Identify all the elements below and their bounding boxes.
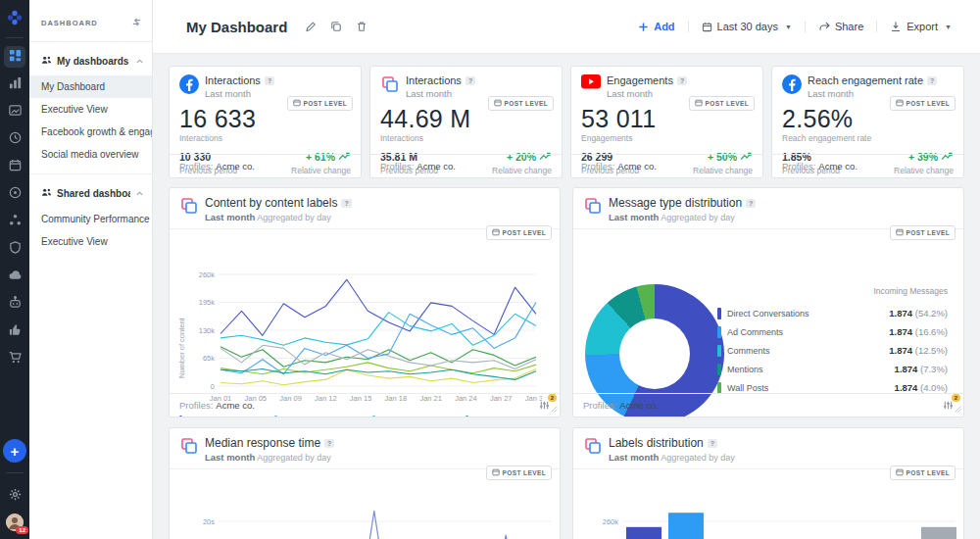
donut-legend-row[interactable]: Direct Conversations1.874 (54.2%) (717, 304, 948, 322)
help-tooltip-badge[interactable]: ? (927, 76, 937, 85)
post-level-label: POST LEVEL (503, 229, 546, 236)
post-level-badge: POST LEVEL (890, 96, 956, 111)
legend-marker (717, 308, 721, 319)
chart-card-labels-distribution: Labels distribution?Last month Aggregate… (572, 427, 964, 539)
rail-item-listening[interactable] (4, 266, 25, 287)
chart-settings-icon[interactable]: 2 (539, 400, 550, 411)
card-footer: Profiles:Acme co.2 (170, 393, 560, 416)
chart-period: Last month Aggregated by day (609, 452, 735, 463)
sidebar-item-social-media-overview[interactable]: Social media overview (29, 143, 152, 166)
donut-legend-row[interactable]: Ad Comments1.874 (16.6%) (717, 322, 948, 341)
rail-item-care[interactable] (4, 238, 25, 260)
chart-period: Last month Aggregated by day (205, 212, 352, 222)
kpi-value-label: Reach engagement rate (772, 131, 963, 143)
help-tooltip-badge[interactable]: ? (677, 76, 687, 85)
card-footer: Profiles:Acme co. (772, 154, 963, 177)
collapse-sidebar-icon[interactable] (131, 14, 142, 31)
duplicate-dashboard-icon[interactable] (330, 21, 342, 32)
rail-item-analytics[interactable] (4, 74, 25, 95)
audience-icon (8, 213, 23, 231)
post-level-badge: POST LEVEL (486, 466, 552, 480)
legend-label: Mentions (727, 365, 889, 374)
chevron-up-icon[interactable] (135, 52, 144, 70)
profiles-label: Profiles: (583, 400, 616, 411)
donut-legend-row[interactable]: Mentions1.874 (7.3%) (717, 360, 948, 378)
legend-label: Wall Posts (727, 383, 889, 393)
chart-period: Last month Aggregated by day (205, 452, 334, 463)
post-level-badge: POST LEVEL (488, 96, 554, 111)
chart-header-text: Content by content labels?Last month Agg… (205, 196, 352, 222)
legend-value: 1.874 (54.2%) (889, 308, 948, 318)
rail-item-community[interactable] (4, 183, 25, 205)
chart-settings-badge: 2 (952, 394, 960, 402)
edit-dashboard-icon[interactable] (305, 21, 317, 32)
rail-item-influencers[interactable] (4, 320, 25, 342)
profiles-value: Acme co. (216, 400, 255, 411)
help-tooltip-badge[interactable]: ? (324, 439, 334, 448)
emplifi-logo-icon[interactable] (5, 8, 24, 27)
kpi-value-label: Engagements (571, 131, 762, 143)
youtube-icon (581, 74, 601, 99)
profiles-value: Acme co. (416, 161, 456, 172)
donut-legend-row[interactable]: Comments1.874 (12.5%) (717, 341, 948, 360)
rail-item-content[interactable] (4, 101, 25, 122)
rail-item-bot[interactable] (4, 293, 25, 315)
legend-marker (717, 326, 721, 338)
app-icon-rail: + 12 (0, 0, 29, 539)
date-range-selector[interactable]: Last 30 days ▼ (688, 21, 805, 32)
post-level-label: POST LEVEL (906, 229, 950, 236)
sidebar-item-community-performance[interactable]: Community Performance (29, 208, 152, 230)
delete-dashboard-icon[interactable] (356, 21, 368, 32)
chart-card-header: Message type distribution?Last month Agg… (573, 188, 963, 229)
chart-aggregation: Aggregated by day (255, 453, 331, 463)
chevron-down-icon: ▼ (785, 24, 792, 30)
rail-item-publisher[interactable] (4, 156, 25, 177)
profiles-label: Profiles: (782, 161, 815, 172)
help-tooltip-badge[interactable]: ? (341, 199, 351, 208)
post-level-badge: POST LEVEL (689, 96, 755, 111)
help-tooltip-badge[interactable]: ? (708, 439, 717, 448)
rail-divider-bottom (6, 472, 24, 473)
sidebar-item-executive-view[interactable]: Executive View (29, 98, 152, 121)
resize-handle-icon[interactable] (550, 404, 558, 415)
export-button[interactable]: Export ▼ (876, 21, 964, 32)
influencers-icon (8, 322, 23, 341)
chart-settings-badge: 2 (548, 394, 557, 402)
add-widget-button[interactable]: Add (625, 21, 687, 32)
rail-item-audience[interactable] (4, 211, 25, 232)
settings-gear-icon[interactable] (4, 483, 25, 505)
profiles-value: Acme co. (617, 161, 657, 172)
sidebar-group-header[interactable]: My dashboards (29, 42, 152, 75)
rail-item-commerce[interactable] (4, 348, 25, 369)
help-tooltip-badge[interactable]: ? (265, 76, 274, 85)
kpi-value-label: Interactions (370, 131, 562, 143)
share-button[interactable]: Share (805, 21, 876, 32)
sidebar-item-executive-view[interactable]: Executive View (29, 230, 152, 253)
multi-profile-icon (583, 436, 603, 463)
kpi-period: Last month (205, 88, 274, 99)
chart-settings-icon[interactable]: 2 (943, 400, 954, 411)
kpi-value-label: Interactions (170, 131, 361, 143)
legend-value: 1.874 (16.6%) (889, 326, 948, 337)
resize-handle-icon[interactable] (954, 404, 961, 415)
create-new-button[interactable]: + (3, 439, 26, 463)
sidebar-item-my-dashboard[interactable]: My Dashboard (29, 75, 152, 98)
chart-title: Message type distribution (609, 196, 742, 210)
chevron-up-icon[interactable] (135, 184, 144, 202)
sidebar-group-label: Shared dashboards (57, 188, 130, 199)
profiles-label: Profiles: (179, 161, 213, 172)
chart-header-text: Median response time?Last month Aggregat… (205, 436, 334, 463)
svg-text:260k: 260k (199, 270, 216, 279)
sidebar-item-facebook-growth-engage[interactable]: Facebook growth & engage... (29, 121, 152, 143)
rail-item-history[interactable] (4, 128, 25, 150)
rail-item-dashboards[interactable] (4, 46, 25, 68)
svg-text:0: 0 (211, 382, 215, 391)
help-tooltip-badge[interactable]: ? (746, 199, 756, 208)
page-title: My Dashboard (186, 19, 287, 35)
legend-value-number: 1.874 (889, 345, 912, 356)
user-avatar[interactable]: 12 (6, 514, 24, 531)
kpi-card: Engagements?Last monthPOST LEVEL53 011En… (570, 66, 763, 178)
help-tooltip-badge[interactable]: ? (466, 76, 475, 85)
sidebar-group-header[interactable]: Shared dashboards (29, 174, 152, 208)
chart-row-2: Median response time?Last month Aggregat… (169, 427, 964, 539)
